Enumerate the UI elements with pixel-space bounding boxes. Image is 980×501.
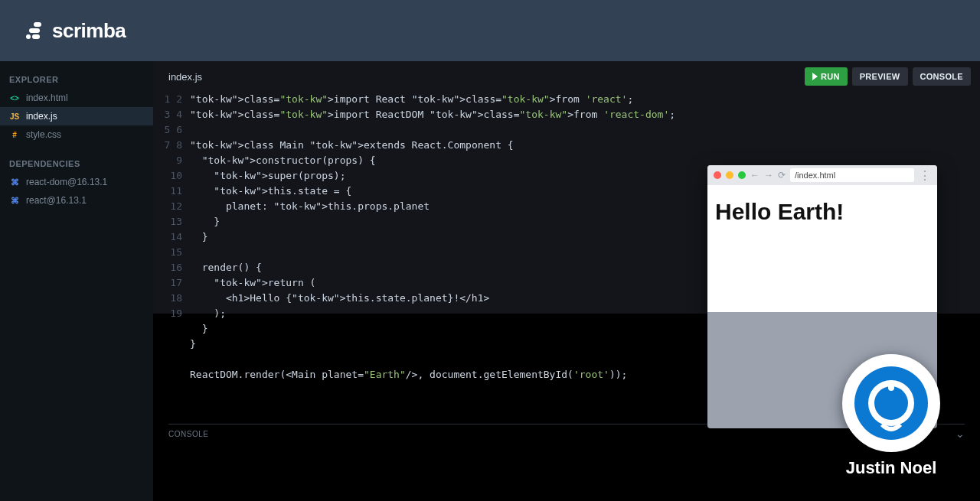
play-icon bbox=[812, 73, 818, 80]
line-number-gutter: 1 2 3 4 5 6 7 8 9 10 11 12 13 14 15 16 1… bbox=[162, 92, 190, 382]
window-close-icon[interactable] bbox=[714, 171, 721, 179]
brand-name: scrimba bbox=[52, 19, 126, 43]
file-label: index.html bbox=[26, 93, 68, 103]
app-header: scrimba bbox=[0, 0, 980, 61]
file-label: style.css bbox=[26, 129, 61, 140]
window-minimize-icon[interactable] bbox=[726, 171, 733, 179]
preview-viewport: Hello Earth! bbox=[707, 185, 937, 312]
avatar-icon bbox=[853, 365, 929, 441]
run-button[interactable]: RUN bbox=[805, 67, 848, 86]
file-item-index-js[interactable]: JS index.js bbox=[0, 107, 153, 125]
run-label: RUN bbox=[821, 72, 840, 81]
preview-address-bar[interactable]: /index.html bbox=[790, 168, 914, 182]
file-label: index.js bbox=[26, 111, 57, 122]
svg-rect-7 bbox=[888, 380, 894, 391]
more-menu-icon[interactable]: ⋮ bbox=[919, 168, 931, 183]
console-label: CONSOLE bbox=[168, 430, 208, 438]
preview-button[interactable]: PREVIEW bbox=[852, 67, 908, 86]
presenter-name: Justin Noel bbox=[842, 458, 940, 478]
presenter-avatar[interactable] bbox=[842, 354, 940, 452]
svg-rect-2 bbox=[29, 28, 40, 33]
refresh-icon[interactable]: ⟳ bbox=[778, 170, 786, 181]
html-file-icon: <> bbox=[9, 94, 20, 102]
open-file-tab[interactable]: index.js bbox=[168, 71, 202, 83]
dependencies-heading: DEPENDENCIES bbox=[0, 155, 153, 173]
window-zoom-icon[interactable] bbox=[738, 171, 746, 179]
brand-logo[interactable]: scrimba bbox=[26, 19, 126, 43]
file-item-index-html[interactable]: <> index.html bbox=[0, 89, 153, 107]
editor-pane: index.js RUN PREVIEW CONSOLE 1 2 3 4 5 6… bbox=[153, 61, 980, 501]
chevron-down-icon[interactable]: ⌄ bbox=[956, 428, 965, 440]
package-icon: ⌘ bbox=[9, 196, 20, 206]
dependency-item-react[interactable]: ⌘ react@16.13.1 bbox=[0, 191, 153, 210]
js-file-icon: JS bbox=[9, 112, 20, 121]
explorer-heading: EXPLORER bbox=[0, 70, 153, 89]
presenter-badge: Justin Noel bbox=[842, 354, 940, 478]
css-file-icon: # bbox=[9, 131, 20, 139]
preview-url: /index.html bbox=[795, 171, 835, 180]
forward-icon[interactable]: → bbox=[764, 170, 773, 181]
console-button[interactable]: CONSOLE bbox=[913, 67, 972, 86]
dependency-label: react-dom@16.13.1 bbox=[26, 177, 107, 187]
svg-rect-0 bbox=[26, 34, 31, 39]
scrimba-mark-icon bbox=[26, 22, 46, 39]
back-icon[interactable]: ← bbox=[750, 170, 760, 181]
preview-output: Hello Earth! bbox=[715, 199, 929, 225]
file-item-style-css[interactable]: # style.css bbox=[0, 125, 153, 144]
dependency-item-react-dom[interactable]: ⌘ react-dom@16.13.1 bbox=[0, 173, 153, 191]
svg-point-6 bbox=[874, 386, 908, 420]
package-icon: ⌘ bbox=[9, 177, 20, 187]
svg-rect-1 bbox=[32, 34, 40, 39]
code-content[interactable]: "tok-kw">class="tok-kw">import React "to… bbox=[190, 92, 675, 382]
preview-chrome-bar: ← → ⟳ /index.html ⋮ bbox=[707, 165, 937, 185]
file-explorer-sidebar: EXPLORER <> index.html JS index.js # sty… bbox=[0, 61, 153, 501]
dependency-label: react@16.13.1 bbox=[26, 195, 87, 206]
svg-rect-3 bbox=[34, 22, 41, 27]
